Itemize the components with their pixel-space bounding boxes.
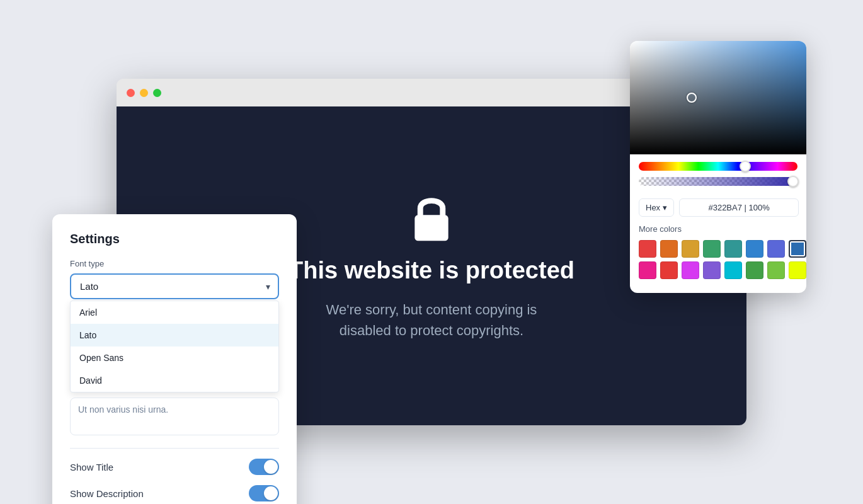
swatch-crimson[interactable] (660, 261, 678, 279)
hue-thumb[interactable] (740, 161, 751, 172)
show-description-row: Show Description (70, 485, 279, 501)
swatch-teal[interactable] (724, 240, 742, 258)
swatch-pink[interactable] (639, 261, 656, 279)
swatch-white[interactable] (789, 261, 806, 279)
color-inputs: Hex ▾ (630, 193, 806, 222)
color-picker-panel: Hex ▾ More colors (630, 41, 806, 293)
settings-panel: Settings Font type Ariel Lato Open Sans … (52, 214, 297, 504)
protected-title: This website is protected (289, 257, 574, 284)
settings-textarea[interactable]: Ut non varius nisi urna. (70, 398, 279, 435)
swatch-green2[interactable] (746, 261, 763, 279)
font-type-select[interactable]: Ariel Lato Open Sans David (70, 273, 279, 299)
show-description-toggle[interactable] (249, 485, 279, 501)
swatch-darkblue[interactable] (789, 240, 806, 258)
textarea-wrapper: Ut non varius nisi urna. (70, 398, 279, 438)
swatch-yellow[interactable] (682, 240, 699, 258)
format-chevron-icon: ▾ (663, 203, 667, 212)
font-select-wrapper: Ariel Lato Open Sans David ▾ (70, 273, 279, 299)
alpha-thumb[interactable] (787, 176, 799, 187)
font-type-label: Font type (70, 259, 279, 268)
font-option-opensans[interactable]: Open Sans (71, 346, 278, 369)
swatch-indigo[interactable] (767, 240, 785, 258)
traffic-light-green[interactable] (153, 89, 161, 97)
color-sliders (630, 154, 806, 193)
show-title-row: Show Title (70, 459, 279, 475)
swatch-green[interactable] (703, 240, 721, 258)
hue-slider[interactable] (639, 162, 797, 171)
alpha-slider[interactable] (639, 177, 797, 186)
color-gradient-canvas[interactable] (630, 41, 806, 154)
traffic-light-yellow[interactable] (140, 89, 148, 97)
more-colors-label: More colors (630, 222, 806, 236)
color-hex-input[interactable] (679, 198, 799, 217)
svg-rect-0 (414, 215, 448, 241)
font-option-lato[interactable]: Lato (71, 324, 278, 346)
swatch-lime[interactable] (767, 261, 785, 279)
swatch-purple[interactable] (703, 261, 721, 279)
lock-icon (406, 192, 457, 242)
swatch-blue[interactable] (746, 240, 763, 258)
font-option-ariel[interactable]: Ariel (71, 301, 278, 324)
gradient-cursor (687, 93, 697, 103)
color-format-select[interactable]: Hex ▾ (639, 198, 674, 217)
color-format-label: Hex (646, 203, 660, 212)
show-title-label: Show Title (70, 462, 113, 472)
swatch-purple-bright[interactable] (682, 261, 699, 279)
swatch-orange[interactable] (660, 240, 678, 258)
protected-description: We're sorry, but content copying isdisab… (326, 299, 537, 341)
settings-title: Settings (70, 232, 279, 246)
font-option-david[interactable]: David (71, 369, 278, 392)
swatch-red[interactable] (639, 240, 656, 258)
swatch-cyan[interactable] (724, 261, 742, 279)
color-swatches (630, 236, 806, 283)
traffic-light-red[interactable] (127, 89, 135, 97)
font-dropdown-list: Ariel Lato Open Sans David (70, 301, 279, 392)
divider (70, 448, 279, 449)
alpha-overlay (639, 177, 797, 186)
show-title-toggle[interactable] (249, 459, 279, 475)
show-description-label: Show Description (70, 488, 144, 499)
